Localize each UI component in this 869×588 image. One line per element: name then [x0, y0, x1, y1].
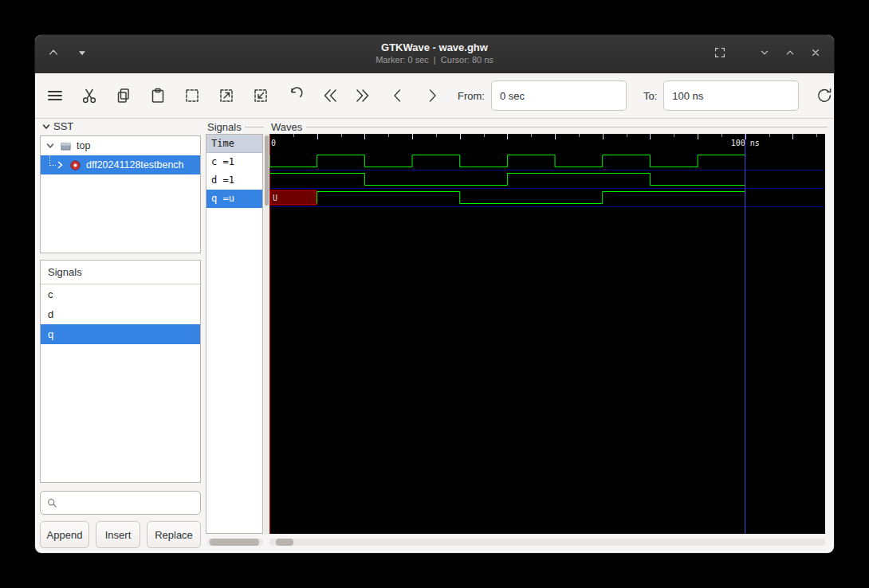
to-label: To:	[643, 90, 657, 102]
search-icon	[46, 497, 57, 508]
scrollbar-thumb[interactable]	[210, 539, 259, 546]
signal-list-item-q[interactable]: q	[41, 324, 200, 344]
signal-names-panel: Time c =1 d =1 q =u	[206, 134, 263, 534]
gtkwave-window: GTKWave - wave.ghw Marker: 0 sec | Curso…	[35, 35, 834, 553]
shade-button[interactable]	[754, 44, 775, 65]
chevron-right-icon[interactable]	[55, 160, 65, 170]
chevron-down-icon	[41, 122, 51, 131]
time-header: Time	[206, 135, 262, 153]
append-button[interactable]: Append	[40, 521, 89, 548]
tree-item-dff-testbench[interactable]: dff20241128testbench	[41, 155, 200, 174]
wave-vertical-scrollbar[interactable]	[264, 134, 269, 534]
signal-search-box[interactable]	[40, 491, 201, 515]
go-first-icon[interactable]	[320, 87, 338, 104]
tree-item-label: dff20241128testbench	[86, 159, 184, 171]
names-panel-label: Signals	[207, 121, 242, 133]
wave-horizontal-scrollbar[interactable]	[269, 539, 825, 546]
wave-timeline[interactable]: 0 100 ns	[269, 134, 825, 152]
signal-name-row-d[interactable]: d =1	[206, 171, 262, 190]
pan-up-button[interactable]	[43, 44, 64, 65]
from-label: From:	[458, 90, 485, 102]
chevron-down-icon	[758, 46, 771, 62]
fullscreen-button[interactable]	[710, 44, 730, 65]
signal-list-item-d[interactable]: d	[41, 304, 200, 324]
signal-list-header: Signals	[41, 261, 200, 284]
tree-item-top[interactable]: top	[41, 136, 200, 155]
pan-down-button[interactable]	[72, 44, 92, 65]
close-button[interactable]	[805, 44, 826, 65]
frame-line	[245, 127, 264, 127]
to-input[interactable]	[663, 80, 799, 111]
reload-icon[interactable]	[816, 87, 833, 104]
signal-list-item-c[interactable]: c	[41, 284, 200, 304]
replace-button[interactable]: Replace	[147, 521, 201, 548]
triangle-down-icon	[76, 46, 88, 62]
search-input[interactable]	[62, 496, 195, 510]
chevron-up-icon	[47, 46, 60, 62]
paste-icon[interactable]	[149, 87, 167, 104]
zoom-out-icon[interactable]	[252, 87, 269, 104]
wave-lane-d[interactable]	[269, 171, 825, 189]
scrollbar-thumb[interactable]	[276, 539, 293, 546]
undo-icon[interactable]	[286, 87, 304, 104]
zoom-fit-icon[interactable]	[183, 87, 201, 104]
tree-guide-line	[49, 150, 56, 166]
timeline-tick-label-start: 0	[271, 139, 276, 147]
close-icon	[809, 46, 822, 62]
sst-tree: top dff20241128testbench	[40, 135, 201, 253]
signal-search-list: Signals c d q	[40, 260, 201, 483]
insert-button[interactable]: Insert	[96, 521, 140, 548]
signal-action-buttons: Append Insert Replace	[40, 521, 201, 548]
signal-name-row-q[interactable]: q =u	[206, 190, 262, 208]
sst-label: SST	[53, 120, 73, 132]
waves-panel-label: Waves	[271, 121, 302, 133]
go-next-icon[interactable]	[423, 87, 441, 104]
scrollbar-thumb[interactable]	[265, 135, 269, 206]
signal-name-row-c[interactable]: c =1	[206, 153, 262, 171]
wave-lane-c[interactable]	[269, 152, 825, 171]
toolbar: From: To:	[35, 73, 834, 119]
maximize-button[interactable]	[780, 44, 800, 65]
frame-line	[306, 127, 828, 127]
cut-icon[interactable]	[81, 87, 98, 104]
go-last-icon[interactable]	[355, 87, 372, 104]
cursor-line[interactable]	[745, 134, 745, 534]
menu-icon[interactable]	[46, 87, 64, 104]
svg-text:U: U	[273, 194, 277, 202]
testbench-icon	[69, 159, 81, 171]
zoom-in-icon[interactable]	[218, 87, 235, 104]
module-icon	[60, 140, 72, 152]
wave-lane-q[interactable]: U	[269, 189, 825, 207]
titlebar[interactable]: GTKWave - wave.ghw Marker: 0 sec | Curso…	[35, 35, 834, 74]
tree-item-label: top	[77, 140, 90, 151]
from-input[interactable]	[491, 80, 627, 111]
chevron-up-icon	[784, 46, 796, 62]
copy-icon[interactable]	[115, 87, 132, 104]
wave-canvas[interactable]: 0 100 ns U	[269, 134, 825, 534]
go-previous-icon[interactable]	[389, 87, 407, 104]
sst-expander[interactable]: SST	[41, 120, 73, 132]
names-horizontal-scrollbar[interactable]	[207, 539, 263, 546]
fullscreen-icon	[714, 46, 726, 62]
